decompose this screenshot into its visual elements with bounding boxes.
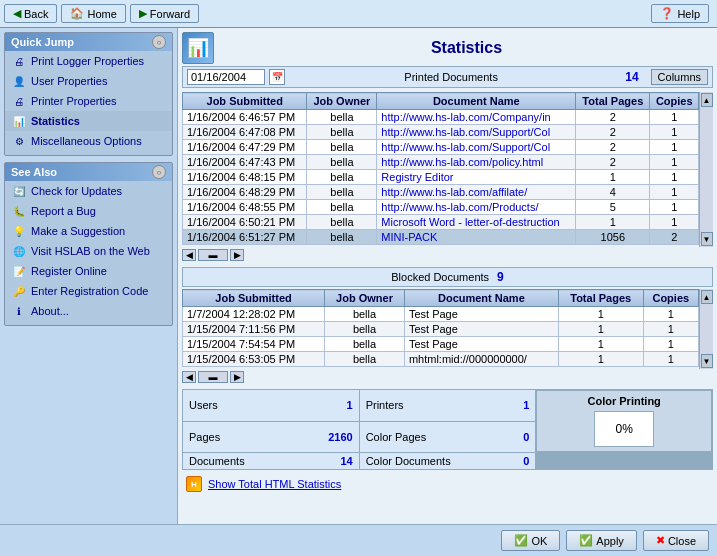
printed-table-row[interactable]: 1/16/2004 6:47:29 PM bella http://www.hs… [183,140,699,155]
sidebar-item-about[interactable]: ℹ About... [5,301,172,321]
bcell-doc: Test Page [404,322,558,337]
printed-table-row[interactable]: 1/16/2004 6:46:57 PM bella http://www.hs… [183,110,699,125]
sidebar-item-suggestion[interactable]: 💡 Make a Suggestion [5,221,172,241]
printed-table-row[interactable]: 1/16/2004 6:47:08 PM bella http://www.hs… [183,125,699,140]
sidebar-item-report-bug[interactable]: 🐛 Report a Bug [5,201,172,221]
forward-button[interactable]: ▶ Forward [130,4,199,23]
printed-table-row[interactable]: 1/16/2004 6:48:29 PM bella http://www.hs… [183,185,699,200]
back-icon: ◀ [13,7,21,20]
blocked-table-row[interactable]: 1/15/2004 6:53:05 PM bella mhtml:mid://0… [183,352,699,367]
bscroll-down-arrow[interactable]: ▼ [701,354,713,368]
blocked-table-row[interactable]: 1/15/2004 7:54:54 PM bella Test Page 1 1 [183,337,699,352]
sidebar-item-statistics[interactable]: 📊 Statistics [5,111,172,131]
columns-button[interactable]: Columns [651,69,708,85]
cell-owner: bella [307,140,377,155]
sidebar-item-check-updates[interactable]: 🔄 Check for Updates [5,181,172,201]
nav-right[interactable]: ▶ [230,249,244,261]
color-pages-value: 0 [523,431,529,443]
nav-scroll[interactable]: ▬ [198,249,228,261]
printed-table-row[interactable]: 1/16/2004 6:48:55 PM bella http://www.hs… [183,200,699,215]
date-input[interactable]: 01/16/2004 [187,69,265,85]
bcell-copies: 1 [643,307,698,322]
bcell-submitted: 1/7/2004 12:28:02 PM [183,307,325,322]
print-logger-icon: 🖨 [11,53,27,69]
bcol-copies: Copies [643,290,698,307]
printed-table-scrollbar[interactable]: ▲ ▼ [699,92,713,247]
blocked-table-scrollbar[interactable]: ▲ ▼ [699,289,713,369]
cell-pages: 2 [576,140,650,155]
blocked-table: Job Submitted Job Owner Document Name To… [182,289,699,367]
filter-count: 14 [617,70,646,84]
main-layout: Quick Jump ○ 🖨 Print Logger Properties 👤… [0,28,717,556]
nav-left[interactable]: ◀ [182,249,196,261]
printed-table-row[interactable]: 1/16/2004 6:50:21 PM bella Microsoft Wor… [183,215,699,230]
users-value: 1 [347,399,353,411]
cell-copies: 1 [650,155,699,170]
cell-submitted: 1/16/2004 6:48:29 PM [183,185,307,200]
bcell-pages: 1 [558,352,643,367]
quick-jump-collapse[interactable]: ○ [152,35,166,49]
see-also-collapse[interactable]: ○ [152,165,166,179]
printers-cell: Printers 1 [360,390,536,421]
see-also-section: See Also ○ 🔄 Check for Updates 🐛 Report … [4,162,173,326]
title-row: 📊 Statistics [182,32,713,64]
blocked-table-row[interactable]: 1/7/2004 12:28:02 PM bella Test Page 1 1 [183,307,699,322]
ok-button[interactable]: ✅ OK [501,530,560,551]
printed-table-row[interactable]: 1/16/2004 6:47:43 PM bella http://www.hs… [183,155,699,170]
bcell-pages: 1 [558,322,643,337]
color-documents-label: Color Documents [366,455,451,467]
cell-copies: 1 [650,200,699,215]
cell-copies: 1 [650,125,699,140]
users-cell: Users 1 [183,390,359,421]
users-label: Users [189,399,218,411]
cell-submitted: 1/16/2004 6:46:57 PM [183,110,307,125]
statistics-icon: 📊 [11,113,27,129]
cell-submitted: 1/16/2004 6:47:43 PM [183,155,307,170]
printed-table-row[interactable]: 1/16/2004 6:48:15 PM bella Registry Edit… [183,170,699,185]
apply-button[interactable]: ✅ Apply [566,530,637,551]
blocked-table-container: Job Submitted Job Owner Document Name To… [182,289,713,369]
help-button[interactable]: ❓ Help [651,4,709,23]
sidebar-item-printer-properties[interactable]: 🖨 Printer Properties [5,91,172,111]
bcell-doc: Test Page [404,307,558,322]
sidebar-item-enter-reg[interactable]: 🔑 Enter Registration Code [5,281,172,301]
bscroll-up-arrow[interactable]: ▲ [701,290,713,304]
sidebar-item-user-properties[interactable]: 👤 User Properties [5,71,172,91]
sidebar-item-miscellaneous[interactable]: ⚙ Miscellaneous Options [5,131,172,151]
cell-copies: 1 [650,140,699,155]
cell-submitted: 1/16/2004 6:51:27 PM [183,230,307,245]
html-stats-link[interactable]: Show Total HTML Statistics [208,478,341,490]
bcell-owner: bella [325,352,405,367]
bcell-pages: 1 [558,307,643,322]
cell-owner: bella [307,170,377,185]
check-updates-icon: 🔄 [11,183,27,199]
documents-label: Documents [189,455,245,467]
documents-value: 14 [340,455,352,467]
blocked-table-row[interactable]: 1/15/2004 7:11:56 PM bella Test Page 1 1 [183,322,699,337]
apply-icon: ✅ [579,534,593,547]
cell-copies: 2 [650,230,699,245]
color-printing-label: Color Printing [588,395,661,407]
calendar-icon[interactable]: 📅 [269,69,285,85]
home-button[interactable]: 🏠 Home [61,4,125,23]
printer-icon: 🖨 [11,93,27,109]
ok-icon: ✅ [514,534,528,547]
sidebar-item-register[interactable]: 📝 Register Online [5,261,172,281]
bnav-scroll[interactable]: ▬ [198,371,228,383]
about-icon: ℹ [11,303,27,319]
bcol-owner: Job Owner [325,290,405,307]
bnav-right[interactable]: ▶ [230,371,244,383]
cell-copies: 1 [650,170,699,185]
forward-icon: ▶ [139,7,147,20]
back-button[interactable]: ◀ Back [4,4,57,23]
cell-doc: http://www.hs-lab.com/Company/in [377,110,576,125]
close-button[interactable]: ✖ Close [643,530,709,551]
cell-submitted: 1/16/2004 6:50:21 PM [183,215,307,230]
scroll-up-arrow[interactable]: ▲ [701,93,713,107]
bcol-docname: Document Name [404,290,558,307]
bnav-left[interactable]: ◀ [182,371,196,383]
sidebar-item-print-logger-properties[interactable]: 🖨 Print Logger Properties [5,51,172,71]
scroll-down-arrow[interactable]: ▼ [701,232,713,246]
printed-table-row[interactable]: 1/16/2004 6:51:27 PM bella MINI-PACK 105… [183,230,699,245]
sidebar-item-visit-hslab[interactable]: 🌐 Visit HSLAB on the Web [5,241,172,261]
